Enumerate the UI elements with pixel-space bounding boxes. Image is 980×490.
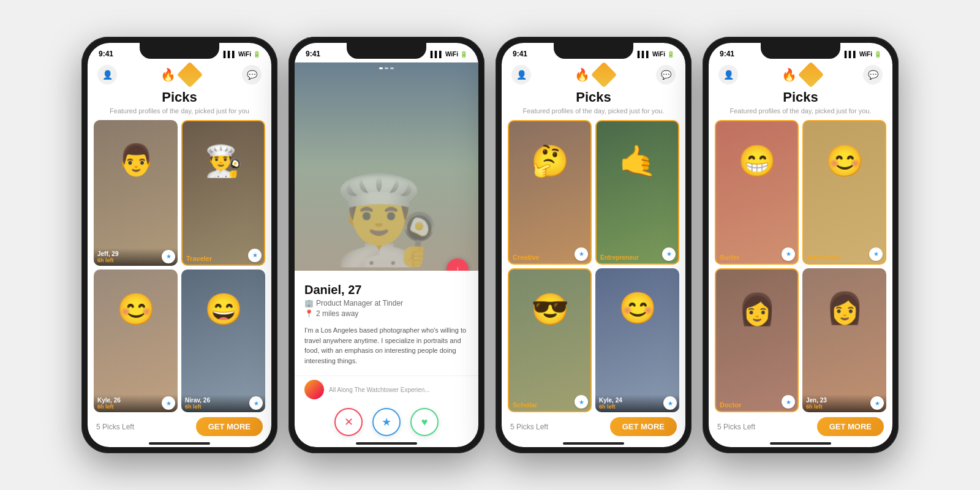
card-kyle-1[interactable]: 😊 Kyle, 26 6h left ★: [94, 270, 178, 412]
picks-subtitle-3: Featured profiles of the day, picked jus…: [511, 107, 676, 115]
chat-icon-4[interactable]: 💬: [863, 65, 883, 85]
briefcase-icon: 🏢: [304, 299, 314, 307]
battery-icon-3: 🔋: [667, 51, 674, 58]
nope-button[interactable]: ✕: [334, 408, 363, 436]
get-more-btn-1[interactable]: GET MORE: [196, 417, 263, 436]
notch-3: [554, 43, 633, 59]
phone-2: 9:41 ▌▌▌ WiFi 🔋 👨‍🍳: [288, 37, 484, 453]
traveler-label: Traveler: [186, 255, 212, 262]
card-nirav-content: 😄: [181, 270, 265, 349]
card-creative-content: 🤔: [509, 121, 590, 201]
chat-icon-1[interactable]: 💬: [242, 65, 262, 85]
status-time-4: 9:41: [720, 50, 734, 58]
card-jeff[interactable]: 👨 Jeff, 29 6h left ★: [94, 120, 178, 265]
get-more-btn-4[interactable]: GET MORE: [817, 417, 884, 436]
card-creative[interactable]: 🤔 Creative ★: [508, 120, 592, 264]
card-kyle-24-star[interactable]: ★: [663, 396, 677, 410]
card-doctor-content: 👩: [716, 270, 797, 349]
profile-icon-1[interactable]: 👤: [97, 65, 117, 85]
signal-icon-4: ▌▌▌: [845, 51, 858, 58]
picks-count-4: 5 Picks Left: [717, 423, 755, 431]
home-indicator-2: [356, 442, 417, 445]
profile-info: Daniel, 27 🏢 Product Manager at Tinder 📍…: [295, 271, 478, 322]
card-scholar-content: 😎: [509, 270, 590, 349]
home-indicator-3: [563, 442, 624, 445]
status-icons-4: ▌▌▌ WiFi 🔋: [845, 51, 881, 58]
card-kyle-1-star[interactable]: ★: [162, 396, 175, 410]
card-kyle-1-content: 😊: [94, 270, 178, 349]
flame-icon-4: 🔥: [782, 67, 797, 82]
card-jen-star[interactable]: ★: [870, 396, 884, 410]
picks-title-section-3: Picks Featured profiles of the day, pick…: [502, 89, 685, 120]
flame-icon-3: 🔥: [575, 67, 590, 82]
diamond-icon-3[interactable]: [590, 62, 616, 88]
battery-icon-1: 🔋: [253, 51, 260, 58]
card-surfer[interactable]: 😁 Surfer ★: [715, 120, 799, 264]
card-scholar-star[interactable]: ★: [575, 395, 588, 409]
jeff-emoji: 👨: [117, 142, 155, 178]
picks-subtitle-1: Featured profiles of the day, picked jus…: [97, 107, 262, 115]
card-traveler-star[interactable]: ★: [248, 249, 262, 262]
cards-grid-1: 👨 Jeff, 29 6h left ★ 👨‍🍳: [88, 120, 271, 412]
picks-nav-1: 👤 🔥 💬: [88, 62, 271, 89]
card-surfer-star[interactable]: ★: [782, 247, 795, 261]
card-jeff-content: 👨: [94, 120, 178, 200]
picks-title-1: Picks: [97, 89, 262, 105]
card-traveler[interactable]: 👨‍🍳 Traveler ★: [181, 120, 265, 265]
super-like-button[interactable]: ★: [372, 408, 401, 436]
flame-icon-1: 🔥: [160, 67, 176, 82]
entrepreneur-emoji: 🤙: [619, 143, 657, 179]
picks-title-section-1: Picks Featured profiles of the day, pick…: [88, 89, 271, 120]
dot-3: [390, 67, 394, 69]
card-creative-star[interactable]: ★: [575, 247, 588, 261]
get-more-btn-3[interactable]: GET MORE: [610, 417, 677, 436]
card-nirav-star[interactable]: ★: [249, 396, 263, 410]
creative-emoji: 🤔: [531, 143, 569, 179]
entrepreneur-label: Entrepreneur: [600, 254, 639, 261]
adventurer-label: Adventurer: [807, 254, 840, 261]
diamond-icon-4[interactable]: [797, 62, 823, 88]
status-time-3: 9:41: [513, 50, 527, 58]
card-kyle-24[interactable]: 😊 Kyle, 24 6h left ★: [595, 268, 679, 412]
diamond-icon-1[interactable]: [176, 62, 202, 88]
profile-icon-4[interactable]: 👤: [718, 65, 738, 85]
music-text: All Along The Watchtower Experien...: [329, 386, 469, 393]
picks-title-section-4: Picks Featured profiles of the day, pick…: [709, 89, 892, 120]
card-jen[interactable]: 👩 Jen, 23 6h left ★: [802, 268, 886, 412]
signal-icon-1: ▌▌▌: [224, 51, 236, 58]
card-adventurer-star[interactable]: ★: [869, 247, 883, 261]
profile-icon-3[interactable]: 👤: [511, 65, 531, 85]
card-scholar[interactable]: 😎 Scholar ★: [508, 268, 592, 412]
jen-emoji: 👩: [826, 290, 864, 326]
cards-grid-4: 😁 Surfer ★ 😊 Adventurer: [709, 120, 892, 412]
kyle-24-emoji: 😊: [619, 290, 657, 326]
surfer-label: Surfer: [720, 254, 739, 261]
phone-2-screen: 9:41 ▌▌▌ WiFi 🔋 👨‍🍳: [295, 43, 478, 447]
picks-count-3: 5 Picks Left: [510, 423, 548, 431]
picks-subtitle-4: Featured profiles of the day, picked jus…: [718, 107, 883, 115]
picks-footer-1: 5 Picks Left GET MORE: [88, 412, 271, 442]
like-button[interactable]: ♥: [410, 408, 439, 436]
chat-icon-3[interactable]: 💬: [656, 65, 676, 85]
wifi-icon-3: WiFi: [652, 51, 665, 58]
card-jeff-star[interactable]: ★: [162, 250, 175, 263]
action-buttons: ✕ ★ ♥: [295, 403, 478, 442]
card-doctor-star[interactable]: ★: [782, 395, 795, 409]
card-entrepreneur[interactable]: 🤙 Entrepreneur ★: [595, 120, 679, 264]
card-adventurer[interactable]: 😊 Adventurer ★: [802, 120, 886, 264]
kyle-1-emoji: 😊: [117, 292, 155, 327]
card-entrepreneur-content: 🤙: [597, 121, 678, 201]
card-doctor[interactable]: 👩 Doctor ★: [715, 268, 799, 412]
status-time-2: 9:41: [306, 50, 320, 58]
card-nirav[interactable]: 😄 Nirav, 26 6h left ★: [181, 270, 265, 412]
nav-center-1: 🔥: [160, 66, 199, 84]
phone-1-screen: 9:41 ▌▌▌ WiFi 🔋 👤 🔥 💬 Picks: [88, 43, 271, 447]
picks-nav-4: 👤 🔥 💬: [709, 62, 892, 89]
nirav-emoji: 😄: [205, 292, 243, 327]
profile-detail: 👨‍🍳 ↓ Daniel, 27 🏢 Product Manager at Ti…: [295, 62, 478, 442]
card-entrepreneur-star[interactable]: ★: [662, 247, 676, 261]
picks-footer-3: 5 Picks Left GET MORE: [502, 412, 685, 442]
status-icons-2: ▌▌▌ WiFi 🔋: [431, 51, 467, 58]
notch-4: [761, 43, 840, 59]
nav-center-4: 🔥: [782, 66, 820, 84]
